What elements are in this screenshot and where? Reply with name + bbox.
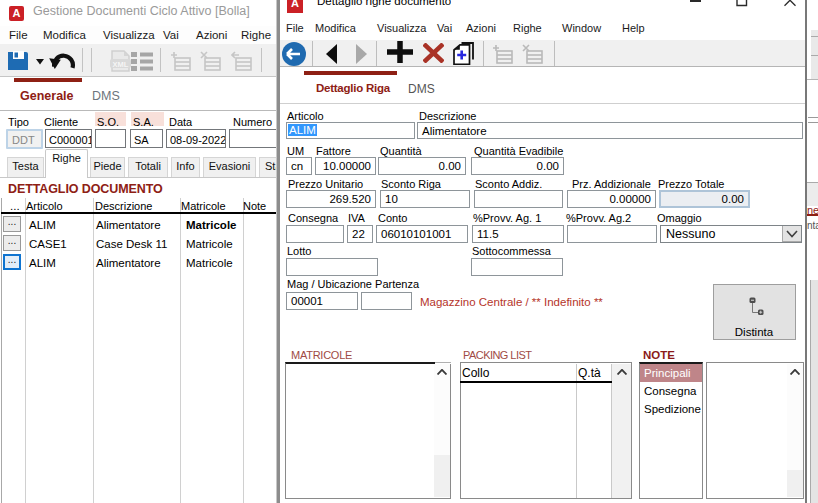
svg-text:XML: XML <box>113 60 129 69</box>
